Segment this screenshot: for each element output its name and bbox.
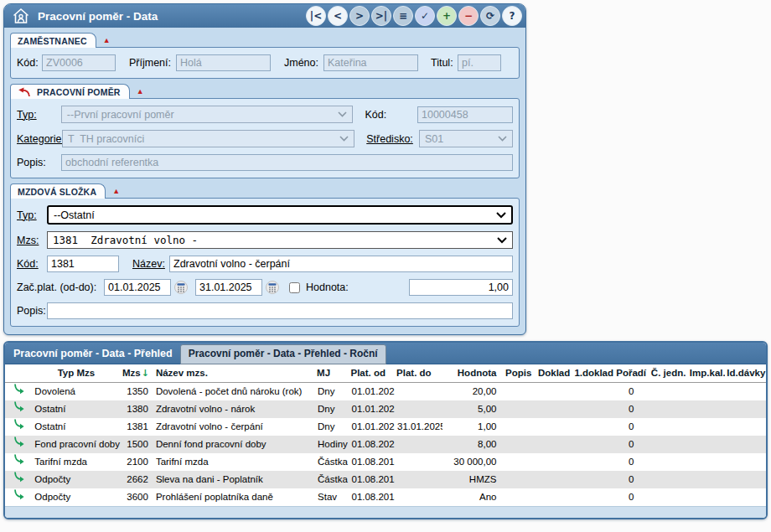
table-row[interactable]: Ostatní 1381 Zdravotní volno - čerpání D… bbox=[5, 418, 766, 436]
calendar-icon[interactable] bbox=[174, 281, 188, 294]
cost-center-select[interactable]: S01 bbox=[419, 130, 513, 147]
tab-overview[interactable]: Pracovní poměr - Data - Přehled bbox=[5, 348, 180, 359]
table-row[interactable]: Ostatní 1380 Zdravotní volno - nárok Dny… bbox=[5, 400, 766, 418]
menu-button[interactable]: ≡ bbox=[393, 6, 413, 26]
table-row[interactable]: Tarifní mzda 2100 Tarifní mzda Částka 01… bbox=[5, 453, 766, 471]
header-nazev-mzs[interactable]: Název mzs. bbox=[151, 364, 315, 382]
cell-c-jedn bbox=[649, 418, 688, 436]
wage-mzs-label[interactable]: Mzs: bbox=[17, 235, 47, 246]
surname-field[interactable] bbox=[176, 54, 271, 71]
row-link-icon[interactable] bbox=[5, 418, 32, 436]
window-title: Pracovní poměr - Data bbox=[38, 10, 306, 23]
header-imp-kal[interactable]: Imp.kal. bbox=[688, 364, 725, 382]
delete-record-button[interactable]: − bbox=[458, 6, 479, 26]
cell-c-jedn bbox=[649, 436, 688, 453]
home-icon[interactable] bbox=[12, 7, 30, 25]
cell-mzs: 2662 bbox=[121, 471, 151, 488]
table-header-row: Typ Mzs Mzs↓ Název mzs. MJ Plat. od Plat… bbox=[5, 364, 766, 382]
tab-overview-yearly[interactable]: Pracovní poměr - Data - Přehled - Roční bbox=[180, 344, 386, 364]
employee-code-field[interactable] bbox=[42, 54, 116, 71]
collapse-triangle-icon[interactable]: ▲ bbox=[137, 88, 144, 96]
add-record-button[interactable]: + bbox=[437, 6, 457, 26]
collapse-triangle-icon[interactable]: ▲ bbox=[103, 37, 111, 44]
wage-desc-field[interactable] bbox=[47, 302, 513, 319]
table-row[interactable]: Dovolená 1350 Dovolená - počet dnů nárok… bbox=[5, 382, 766, 400]
calendar-icon[interactable] bbox=[266, 281, 279, 294]
header-poradi[interactable]: Pořadí bbox=[613, 364, 649, 382]
employee-code-label: Kód: bbox=[17, 57, 42, 69]
cell-typ-mzs: Odpočty bbox=[32, 471, 120, 488]
cost-center-label[interactable]: Středisko: bbox=[366, 133, 419, 145]
header-id-davky[interactable]: Id.dávky bbox=[725, 364, 766, 382]
cell-nazev: Denní fond pracovní doby bbox=[151, 436, 315, 453]
firstname-field[interactable] bbox=[323, 54, 418, 71]
section-employee-tab[interactable]: ZAMĚSTNANEC bbox=[10, 33, 96, 48]
row-link-icon[interactable] bbox=[5, 453, 32, 471]
valid-to-field[interactable] bbox=[195, 279, 262, 296]
employment-type-label[interactable]: Typ: bbox=[17, 109, 61, 121]
wage-type-select[interactable]: --Ostatní bbox=[47, 205, 513, 225]
title-field[interactable] bbox=[458, 54, 501, 71]
row-link-icon[interactable] bbox=[5, 471, 32, 488]
row-link-icon[interactable] bbox=[5, 488, 32, 506]
first-record-button[interactable]: |< bbox=[306, 6, 326, 26]
table-row[interactable]: Fond pracovní doby 1500 Denní fond praco… bbox=[5, 436, 766, 453]
cell-doklad bbox=[536, 488, 572, 506]
header-hodnota[interactable]: Hodnota bbox=[442, 364, 502, 382]
wage-name-label[interactable]: Název: bbox=[132, 258, 169, 270]
cell-imp-kal bbox=[688, 436, 725, 453]
table-row[interactable]: Odpočty 3600 Prohlášení poplatníka daně … bbox=[5, 488, 766, 506]
refresh-button[interactable]: ⟳ bbox=[480, 6, 500, 26]
wage-mzs-select[interactable]: 1381 Zdravotní volno - bbox=[47, 231, 513, 249]
header-popis[interactable]: Popis bbox=[501, 364, 535, 382]
wage-components-table: Typ Mzs Mzs↓ Název mzs. MJ Plat. od Plat… bbox=[5, 364, 766, 506]
valid-from-field[interactable] bbox=[104, 279, 171, 296]
section-employment-tab[interactable]: PRACOVNÍ POMĚR bbox=[10, 84, 130, 99]
section-wage-tab[interactable]: MZDOVÁ SLOŽKA bbox=[10, 183, 106, 199]
header-plat-do[interactable]: Plat. do bbox=[395, 364, 442, 382]
cell-mj: Částka bbox=[315, 453, 349, 471]
employment-code-field[interactable] bbox=[417, 106, 513, 123]
wage-code-field[interactable] bbox=[47, 256, 119, 272]
wage-name-field[interactable] bbox=[169, 256, 513, 272]
header-mj[interactable]: MJ bbox=[315, 364, 349, 382]
back-arrow-icon[interactable] bbox=[18, 86, 31, 98]
previous-record-button[interactable]: < bbox=[328, 6, 348, 26]
hodnota-checkbox[interactable] bbox=[289, 282, 300, 293]
next-record-button[interactable]: > bbox=[349, 6, 370, 26]
row-link-icon[interactable] bbox=[5, 383, 32, 400]
panel-footer bbox=[5, 506, 766, 518]
last-record-button[interactable]: >| bbox=[371, 6, 391, 26]
wage-type-label[interactable]: Typ: bbox=[17, 209, 47, 221]
confirm-button[interactable]: ✓ bbox=[415, 6, 435, 26]
cell-plat-od: 01.01.2025 bbox=[349, 382, 395, 400]
cell-typ-mzs: Odpočty bbox=[32, 488, 120, 506]
table-row[interactable]: Odpočty 2662 Sleva na dani - Poplatník Č… bbox=[5, 471, 766, 488]
wage-code-label[interactable]: Kód: bbox=[17, 258, 47, 270]
wage-desc-label: Popis: bbox=[17, 305, 47, 317]
employment-type-select[interactable]: --První pracovní poměr bbox=[61, 106, 354, 123]
chevron-down-icon bbox=[339, 136, 349, 142]
employment-desc-field[interactable] bbox=[61, 154, 513, 171]
header-c-jedn[interactable]: Č. jedn. bbox=[649, 364, 688, 382]
cell-plat-do bbox=[395, 382, 442, 400]
category-select[interactable]: T TH pracovníci bbox=[62, 130, 354, 147]
cell-doklad bbox=[536, 436, 572, 453]
value-field[interactable] bbox=[409, 279, 513, 296]
header-plat-od[interactable]: Plat. od bbox=[349, 364, 395, 382]
category-label[interactable]: Kategorie: bbox=[17, 133, 62, 145]
header-typ-mzs[interactable]: Typ Mzs bbox=[32, 364, 120, 382]
cell-mj: Částka bbox=[315, 471, 349, 488]
value-label: Hodnota: bbox=[306, 281, 349, 293]
help-button[interactable]: ? bbox=[502, 6, 522, 26]
cell-c-jedn bbox=[649, 453, 688, 471]
cell-nazev: Sleva na dani - Poplatník bbox=[151, 471, 315, 488]
sort-arrow-icon: ↓ bbox=[142, 368, 149, 379]
row-link-icon[interactable] bbox=[5, 400, 32, 418]
row-link-icon[interactable] bbox=[5, 436, 32, 453]
collapse-triangle-icon[interactable]: ▲ bbox=[112, 188, 120, 195]
cell-mzs: 2100 bbox=[121, 453, 151, 471]
header-mzs[interactable]: Mzs↓ bbox=[121, 364, 151, 382]
header-doklad[interactable]: Doklad bbox=[536, 364, 572, 382]
header-1doklad[interactable]: 1.doklad bbox=[572, 364, 613, 382]
